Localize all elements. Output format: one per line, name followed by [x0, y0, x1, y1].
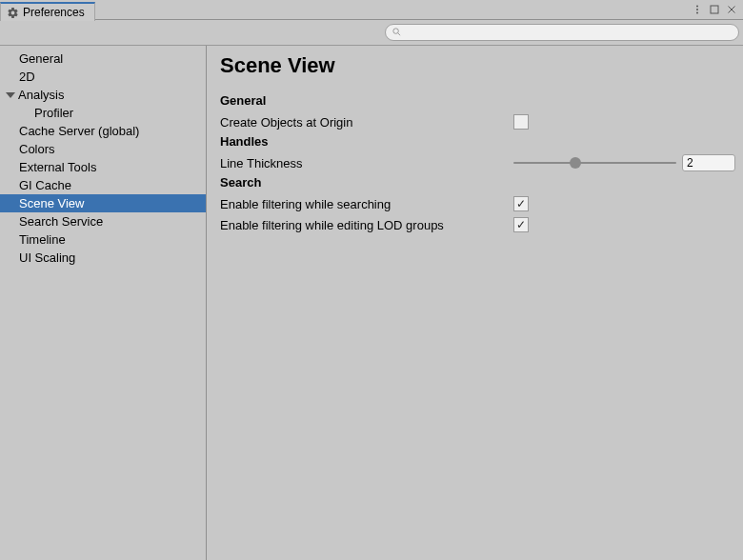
line-thickness-value[interactable]: 2 [682, 154, 735, 171]
chevron-down-icon [6, 92, 15, 98]
search-box[interactable] [385, 24, 739, 41]
section-handles-label: Handles [220, 134, 735, 149]
create-objects-at-origin-label: Create Objects at Origin [220, 115, 513, 130]
row-create-objects-at-origin: Create Objects at Origin [220, 111, 735, 132]
line-thickness-slider[interactable] [513, 154, 676, 171]
sidebar-item-cache-server[interactable]: Cache Server (global) [0, 122, 206, 140]
preferences-tab[interactable]: Preferences [0, 2, 95, 21]
row-line-thickness: Line Thickness 2 [220, 152, 735, 173]
svg-point-1 [696, 9, 698, 10]
gear-icon [7, 7, 19, 19]
sidebar-item-analysis[interactable]: Analysis [0, 86, 206, 104]
close-icon[interactable] [726, 4, 737, 15]
svg-line-7 [398, 32, 401, 35]
sidebar-item-scene-view[interactable]: Scene View [0, 194, 206, 212]
maximize-icon[interactable] [709, 4, 720, 15]
line-thickness-label: Line Thickness [220, 156, 513, 170]
filter-lod-label: Enable filtering while editing LOD group… [220, 218, 513, 232]
sidebar-item-general[interactable]: General [0, 50, 206, 68]
row-filter-searching: Enable filtering while searching [220, 193, 735, 214]
kebab-icon[interactable] [692, 4, 703, 15]
window-controls [692, 0, 743, 19]
svg-rect-3 [711, 6, 718, 13]
page-title: Scene View [220, 53, 735, 78]
search-icon [392, 26, 402, 40]
slider-thumb[interactable] [570, 157, 581, 169]
sidebar-item-profiler[interactable]: Profiler [0, 104, 206, 122]
section-general-label: General [220, 93, 735, 108]
filter-searching-checkbox[interactable] [513, 196, 529, 211]
slider-track [513, 162, 676, 164]
filter-lod-checkbox[interactable] [513, 217, 529, 232]
section-search-label: Search [220, 175, 735, 190]
sidebar-item-colors[interactable]: Colors [0, 140, 206, 158]
content-panel: Scene View General Create Objects at Ori… [207, 46, 743, 560]
sidebar-item-search-service[interactable]: Search Service [0, 212, 206, 230]
svg-point-2 [696, 12, 698, 14]
filter-searching-label: Enable filtering while searching [220, 197, 513, 211]
sidebar: General 2D Analysis Profiler Cache Serve… [0, 46, 207, 560]
sidebar-item-external-tools[interactable]: External Tools [0, 158, 206, 176]
row-filter-lod: Enable filtering while editing LOD group… [220, 214, 735, 235]
titlebar: Preferences [0, 0, 743, 20]
sidebar-item-gi-cache[interactable]: GI Cache [0, 176, 206, 194]
main-split: General 2D Analysis Profiler Cache Serve… [0, 46, 743, 560]
svg-point-0 [696, 6, 698, 8]
create-objects-at-origin-checkbox[interactable] [513, 114, 529, 130]
sidebar-item-2d[interactable]: 2D [0, 68, 206, 86]
sidebar-item-timeline[interactable]: Timeline [0, 230, 206, 249]
sidebar-item-ui-scaling[interactable]: UI Scaling [0, 249, 206, 267]
tab-title: Preferences [23, 6, 85, 19]
sidebar-item-label: Analysis [18, 88, 64, 102]
svg-point-6 [393, 28, 399, 32]
search-row [0, 20, 743, 46]
search-input[interactable] [402, 26, 733, 39]
